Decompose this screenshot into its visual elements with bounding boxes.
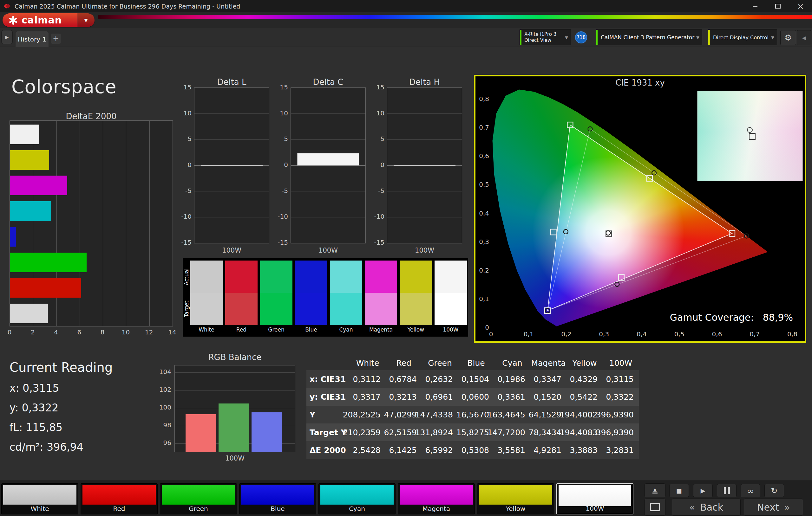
swatch-label: Red	[225, 327, 258, 333]
swatch-target-white	[190, 293, 223, 325]
table-cell: 0,5422	[567, 388, 603, 406]
gridline	[387, 191, 462, 191]
pattern-button-red[interactable]: Red	[81, 483, 157, 514]
close-button[interactable]: ×	[789, 0, 812, 12]
pattern-button-cyan[interactable]: Cyan	[318, 483, 396, 514]
cie-y-tick: 0,8	[474, 95, 489, 103]
workflow-nav-button[interactable]: ▶	[1, 30, 13, 44]
y-tick-label: 5	[174, 135, 192, 143]
pattern-button-100w[interactable]: 100W	[556, 483, 633, 514]
x-tick-label: 6	[73, 328, 86, 336]
tab-history-1[interactable]: History 1	[15, 31, 49, 47]
table-cell: 0,5308	[458, 441, 494, 459]
app-logo-icon	[4, 3, 11, 10]
gridline	[149, 121, 150, 326]
calman-menu-button[interactable]: calman ▼	[3, 13, 94, 27]
x-tick-label: 12	[143, 328, 155, 336]
table-cell: 0,3322	[603, 388, 639, 406]
back-button[interactable]: « Back	[672, 498, 741, 516]
gridline	[103, 121, 103, 326]
chart-x-label: 100W	[387, 247, 462, 254]
pattern-swatch	[320, 485, 394, 505]
refresh-icon: ↻	[771, 486, 778, 495]
display-control-dropdown[interactable]: Direct Display Control ▼	[708, 29, 777, 45]
pattern-label: 100W	[557, 505, 633, 512]
delta-e-bar-white	[10, 125, 39, 144]
table-cell: 2,5428	[350, 441, 386, 459]
pattern-window-button[interactable]	[644, 498, 665, 516]
menu-chevron-down-icon[interactable]: ▼	[77, 13, 94, 27]
delta-chart-plot	[194, 88, 269, 243]
y-tick-label: 10	[270, 109, 288, 117]
delta-e-bar-blue	[10, 227, 16, 247]
y-tick-label: -15	[270, 239, 288, 246]
loop-button[interactable]: ∞	[741, 484, 760, 497]
rgb-bar-green	[219, 403, 249, 452]
swatch-row-label-actual: Actual	[183, 261, 190, 293]
pattern-swatch	[479, 485, 552, 505]
swatch-actual-white	[190, 261, 223, 293]
cie-y-tick: 0,2	[474, 267, 489, 274]
infinity-icon: ∞	[747, 486, 754, 496]
table-cell: 6,1425	[386, 441, 422, 459]
stop-button[interactable]: ■	[669, 484, 689, 497]
y-tick-label: -15	[174, 239, 192, 246]
play-button[interactable]: ▶	[693, 484, 713, 497]
gridline	[291, 114, 366, 114]
window-controls: ×	[744, 0, 812, 12]
column-header-cyan: Cyan	[494, 356, 530, 370]
pattern-generator-dropdown[interactable]: CalMAN Client 3 Pattern Generator ▼	[596, 29, 702, 45]
gridline	[175, 390, 295, 391]
panel-eject-button[interactable]: ▲	[644, 483, 665, 497]
pattern-swatch	[400, 485, 473, 505]
pattern-window-icon	[650, 503, 660, 511]
pause-button[interactable]	[717, 484, 736, 497]
meter-count-badge[interactable]: 718	[575, 31, 587, 43]
table-cell: 0,2632	[422, 370, 458, 388]
x-tick-label: 0	[3, 328, 16, 336]
nav-arrow-icon: ▶	[5, 35, 9, 40]
pattern-swatch	[241, 485, 314, 505]
y-tick-label: -10	[367, 213, 384, 220]
gridline	[291, 140, 366, 140]
pattern-label: Red	[81, 505, 157, 513]
settings-button[interactable]: ⚙	[780, 30, 796, 45]
gamut-coverage: Gamut Coverage:88,9%	[650, 312, 793, 323]
chevron-down-icon: ▼	[696, 35, 699, 40]
collapse-panel-button[interactable]: ◀	[797, 30, 811, 45]
pattern-button-yellow[interactable]: Yellow	[477, 483, 554, 514]
pattern-label: Green	[160, 505, 237, 513]
measurement-table: WhiteRedGreenBlueCyanMagentaYellow100Wx:…	[307, 356, 639, 459]
next-button[interactable]: Next »	[744, 498, 803, 516]
table-cell: 0,1504	[458, 370, 494, 388]
meter-dropdown[interactable]: X-Rite i1Pro 3 Direct View ▼	[520, 29, 571, 45]
gridline	[175, 372, 295, 373]
pattern-label: White	[2, 505, 78, 513]
table-cell: 0,3347	[530, 370, 567, 388]
cie-x-tick: 0,2	[557, 330, 576, 338]
pattern-label: Blue	[239, 505, 316, 513]
chart-x-label: 100W	[291, 247, 366, 254]
pattern-button-green[interactable]: Green	[160, 483, 237, 514]
refresh-button[interactable]: ↻	[764, 484, 784, 497]
swatch-actual-red	[225, 261, 258, 293]
pattern-button-magenta[interactable]: Magenta	[398, 483, 475, 514]
meter-accent-bar	[520, 30, 521, 45]
pattern-button-blue[interactable]: Blue	[239, 483, 316, 514]
swatch-label: Yellow	[400, 327, 432, 333]
column-header-white: White	[350, 356, 386, 370]
add-tab-button[interactable]: +	[51, 34, 61, 44]
maximize-button[interactable]	[766, 0, 789, 12]
pattern-button-white[interactable]: White	[1, 483, 78, 514]
pattern-generator-label: CalMAN Client 3 Pattern Generator	[601, 34, 694, 40]
delta-bar-zero	[394, 165, 456, 166]
cie-y-tick: 0,6	[474, 152, 489, 160]
y-tick-label: -5	[174, 187, 192, 194]
minimize-button[interactable]	[744, 0, 766, 12]
cie-x-tick: 0,3	[594, 330, 613, 338]
table-cell: 0,1986	[494, 370, 530, 388]
swatch-target-100w	[435, 293, 467, 325]
pattern-swatch	[83, 485, 156, 505]
meter-label: X-Rite i1Pro 3 Direct View	[524, 31, 556, 43]
chart-title-delta-c: Delta C	[291, 77, 366, 87]
